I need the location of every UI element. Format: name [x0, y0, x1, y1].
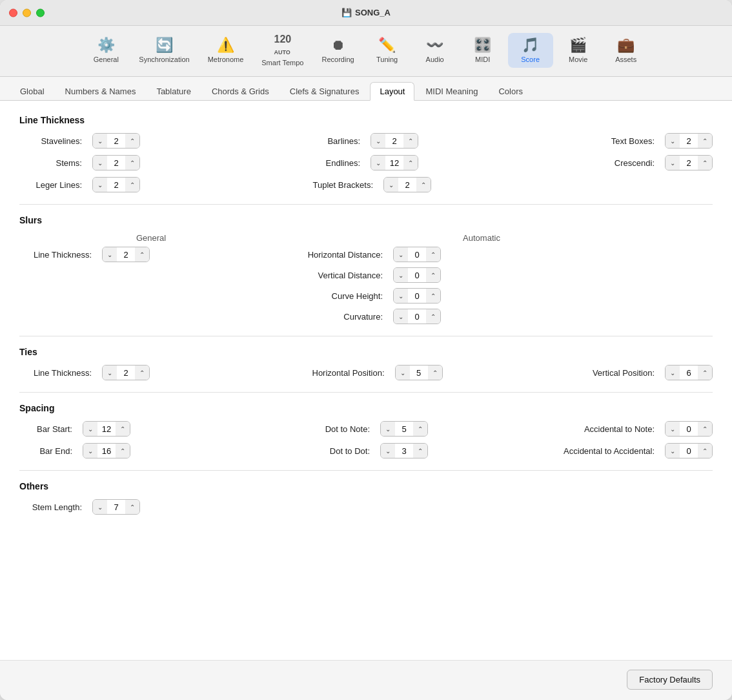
curvature-increment[interactable]: ⌃: [426, 309, 440, 324]
barlines-decrement[interactable]: ⌄: [371, 133, 385, 149]
tab-midi-meaning[interactable]: MIDI Meaning: [416, 82, 487, 100]
ties-line-thickness-increment[interactable]: ⌃: [135, 365, 149, 380]
others-title: Others: [19, 481, 713, 491]
tab-clefs-signatures[interactable]: Clefs & Signatures: [280, 82, 369, 100]
slurs-line-thickness-stepper[interactable]: ⌄ 2 ⌃: [102, 247, 150, 262]
text-boxes-stepper[interactable]: ⌄ 2 ⌃: [665, 133, 713, 149]
crescendi-decrement[interactable]: ⌄: [666, 155, 680, 170]
endlines-stepper[interactable]: ⌄ 12 ⌃: [371, 155, 418, 170]
bar-start-decrement[interactable]: ⌄: [83, 421, 97, 437]
bar-end-increment[interactable]: ⌃: [116, 443, 130, 458]
accidental-to-note-stepper[interactable]: ⌄ 0 ⌃: [665, 421, 713, 437]
toolbar-item-audio[interactable]: 〰️ Audio: [412, 33, 458, 68]
text-boxes-increment[interactable]: ⌃: [698, 133, 712, 149]
tab-layout[interactable]: Layout: [370, 82, 414, 101]
toolbar-item-metronome[interactable]: ⚠️ Metronome: [200, 33, 252, 68]
stem-length-decrement[interactable]: ⌄: [93, 499, 107, 515]
toolbar-item-assets[interactable]: 💼 Assets: [604, 33, 649, 68]
tuplet-brackets-stepper[interactable]: ⌄ 2 ⌃: [383, 177, 431, 192]
crescendi-increment[interactable]: ⌃: [698, 155, 712, 170]
toolbar-item-movie[interactable]: 🎬 Movie: [556, 33, 601, 68]
stavelines-increment[interactable]: ⌃: [125, 133, 139, 149]
stem-length-increment[interactable]: ⌃: [125, 499, 139, 515]
accidental-to-accidental-increment[interactable]: ⌃: [698, 443, 712, 458]
crescendi-stepper[interactable]: ⌄ 2 ⌃: [665, 155, 713, 170]
accidental-to-note-increment[interactable]: ⌃: [698, 421, 712, 437]
barlines-increment[interactable]: ⌃: [403, 133, 418, 149]
toolbar-item-tuning[interactable]: ✏️ Tuning: [365, 33, 410, 68]
bar-end-stepper[interactable]: ⌄ 16 ⌃: [83, 443, 130, 458]
accidental-to-accidental-decrement[interactable]: ⌄: [666, 443, 680, 458]
horizontal-position-decrement[interactable]: ⌄: [396, 365, 410, 380]
horizontal-position-stepper[interactable]: ⌄ 5 ⌃: [395, 365, 443, 380]
toolbar-item-general[interactable]: ⚙️ General: [83, 33, 128, 68]
tuplet-brackets-decrement[interactable]: ⌄: [384, 177, 398, 192]
endlines-label: Endlines:: [314, 158, 365, 168]
stems-stepper[interactable]: ⌄ 2 ⌃: [92, 155, 140, 170]
tab-global[interactable]: Global: [10, 82, 54, 100]
vertical-position-decrement[interactable]: ⌄: [666, 365, 680, 380]
bar-start-increment[interactable]: ⌃: [116, 421, 130, 437]
toolbar-item-smart-tempo[interactable]: 120AUTO Smart Tempo: [254, 30, 311, 71]
vertical-distance-decrement[interactable]: ⌄: [394, 267, 408, 283]
window-controls[interactable]: [9, 8, 45, 17]
ties-line-thickness-decrement[interactable]: ⌄: [103, 365, 117, 380]
dot-to-note-stepper[interactable]: ⌄ 5 ⌃: [380, 421, 428, 437]
curve-height-stepper[interactable]: ⌄ 0 ⌃: [393, 288, 441, 304]
vertical-distance-stepper[interactable]: ⌄ 0 ⌃: [393, 267, 441, 283]
fullscreen-button[interactable]: [36, 8, 45, 17]
stems-decrement[interactable]: ⌄: [93, 155, 107, 170]
factory-defaults-button[interactable]: Factory Defaults: [627, 670, 713, 690]
curve-height-decrement[interactable]: ⌄: [394, 288, 408, 304]
curvature-stepper[interactable]: ⌄ 0 ⌃: [393, 309, 441, 324]
bar-end-decrement[interactable]: ⌄: [83, 443, 97, 458]
toolbar-item-midi[interactable]: 🎛️ MIDI: [460, 33, 505, 68]
tab-colors[interactable]: Colors: [489, 82, 533, 100]
tab-tablature[interactable]: Tablature: [147, 82, 200, 100]
stavelines-decrement[interactable]: ⌄: [93, 133, 107, 149]
stavelines-stepper[interactable]: ⌄ 2 ⌃: [92, 133, 140, 149]
dot-to-note-increment[interactable]: ⌃: [413, 421, 427, 437]
endlines-increment[interactable]: ⌃: [403, 155, 418, 170]
horizontal-distance-stepper[interactable]: ⌄ 0 ⌃: [393, 247, 441, 262]
accidental-to-accidental-stepper[interactable]: ⌄ 0 ⌃: [665, 443, 713, 458]
toolbar-item-synchronization[interactable]: 🔄 Synchronization: [131, 33, 197, 68]
leger-lines-stepper[interactable]: ⌄ 2 ⌃: [92, 177, 140, 192]
ties-line-thickness-stepper[interactable]: ⌄ 2 ⌃: [102, 365, 150, 380]
slurs-line-thickness-decrement[interactable]: ⌄: [103, 247, 117, 262]
tab-numbers-names[interactable]: Numbers & Names: [56, 82, 146, 100]
bar-start-stepper[interactable]: ⌄ 12 ⌃: [83, 421, 130, 437]
toolbar-item-recording[interactable]: ⏺ Recording: [314, 33, 362, 68]
close-button[interactable]: [9, 8, 17, 17]
curvature-label: Curvature:: [291, 312, 388, 322]
dot-to-note-decrement[interactable]: ⌄: [381, 421, 395, 437]
title-bar: 💾 SONG_A: [0, 0, 732, 26]
tab-chords-grids[interactable]: Chords & Grids: [202, 82, 279, 100]
minimize-button[interactable]: [23, 8, 31, 17]
horizontal-position-increment[interactable]: ⌃: [428, 365, 442, 380]
dot-to-dot-decrement[interactable]: ⌄: [381, 443, 395, 458]
leger-lines-decrement[interactable]: ⌄: [93, 177, 107, 192]
bar-start-value: 12: [97, 424, 116, 434]
dot-to-dot-increment[interactable]: ⌃: [413, 443, 427, 458]
horizontal-distance-increment[interactable]: ⌃: [426, 247, 440, 262]
curvature-decrement[interactable]: ⌄: [394, 309, 408, 324]
slurs-line-thickness-increment[interactable]: ⌃: [135, 247, 149, 262]
vertical-distance-increment[interactable]: ⌃: [426, 267, 440, 283]
stem-length-stepper[interactable]: ⌄ 7 ⌃: [92, 499, 140, 515]
slurs-line-thickness-value: 2: [117, 250, 135, 260]
text-boxes-decrement[interactable]: ⌄: [666, 133, 680, 149]
curve-height-increment[interactable]: ⌃: [426, 288, 440, 304]
vertical-position-stepper[interactable]: ⌄ 6 ⌃: [665, 365, 713, 380]
leger-lines-increment[interactable]: ⌃: [125, 177, 139, 192]
stems-increment[interactable]: ⌃: [125, 155, 139, 170]
dot-to-dot-stepper[interactable]: ⌄ 3 ⌃: [380, 443, 428, 458]
toolbar-item-score[interactable]: 🎵 Score: [508, 33, 553, 68]
content-area: Line Thickness Stavelines: ⌄ 2 ⌃ Barline…: [0, 101, 732, 660]
endlines-decrement[interactable]: ⌄: [371, 155, 385, 170]
horizontal-distance-decrement[interactable]: ⌄: [394, 247, 408, 262]
barlines-stepper[interactable]: ⌄ 2 ⌃: [371, 133, 418, 149]
accidental-to-note-decrement[interactable]: ⌄: [666, 421, 680, 437]
tuplet-brackets-increment[interactable]: ⌃: [416, 177, 431, 192]
vertical-position-increment[interactable]: ⌃: [698, 365, 712, 380]
